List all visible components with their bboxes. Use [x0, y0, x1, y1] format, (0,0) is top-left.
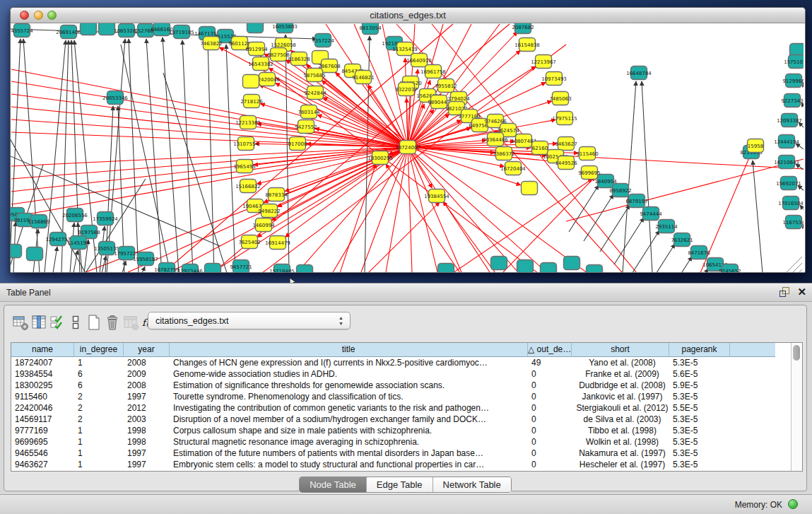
table-cell[interactable]: 22420046 — [11, 402, 74, 414]
graph-node[interactable] — [587, 265, 603, 273]
graph-node[interactable]: 62160 — [532, 141, 548, 155]
graph-node[interactable]: 1460994 — [252, 218, 275, 232]
table-cell[interactable]: 5.3E-5 — [669, 459, 730, 470]
graph-node[interactable] — [11, 245, 22, 258]
graph-node[interactable]: 2935114 — [655, 220, 678, 233]
graph-node[interactable]: 9463627 — [555, 137, 577, 151]
table-cell[interactable]: 2 — [74, 402, 124, 414]
graph-node[interactable]: 6879197 — [625, 194, 647, 208]
table-cell[interactable]: Estimation of the future numbers of pati… — [170, 448, 528, 459]
black-edge[interactable] — [73, 250, 78, 272]
red-edge[interactable] — [11, 119, 408, 147]
table-cell[interactable]: 0 — [528, 368, 572, 380]
black-edge[interactable] — [129, 39, 139, 272]
column-header-year[interactable]: year — [124, 343, 170, 357]
black-edge[interactable] — [796, 144, 804, 151]
table-cell[interactable]: 0 — [528, 402, 572, 414]
table-cell[interactable]: Genome-wide association studies in ADHD. — [170, 368, 528, 380]
table-cell[interactable]: de Silva et al. (2003) — [572, 414, 669, 425]
float-panel-icon[interactable] — [779, 286, 790, 297]
network-view-window[interactable]: citations_edges.txt 43557242069140610653… — [10, 7, 806, 273]
table-cell[interactable]: 18300295 — [11, 380, 74, 391]
table-cell[interactable]: 0 — [528, 459, 572, 470]
table-cell[interactable]: 5.3E-5 — [669, 425, 730, 436]
red-edge[interactable] — [408, 147, 437, 272]
tab-edge-table[interactable]: Edge Table — [367, 477, 433, 492]
table-cell[interactable]: Jankovic et al. (1997) — [572, 391, 669, 402]
table-cell[interactable]: 9463627 — [11, 459, 74, 470]
graph-node[interactable]: 1167534 — [782, 216, 804, 229]
graph-node[interactable]: 9827508 — [267, 48, 289, 62]
graph-node[interactable]: 15751074 — [784, 55, 804, 69]
graph-node[interactable]: 8958922 — [609, 184, 631, 197]
graph-node[interactable] — [247, 23, 264, 33]
table-cell[interactable]: 9115460 — [11, 391, 74, 402]
tab-network-table[interactable]: Network Table — [433, 477, 511, 492]
table-cell[interactable]: 6 — [74, 368, 124, 380]
red-edge[interactable] — [502, 177, 595, 272]
black-edge[interactable] — [630, 230, 659, 272]
table-cell[interactable]: Changes of HCN gene expression and I(f) … — [170, 357, 528, 368]
table-cell[interactable]: Embryonic stem cells: a model to study s… — [170, 459, 528, 470]
graph-node[interactable]: 8813054 — [359, 23, 382, 35]
memory-status-indicator[interactable] — [788, 499, 798, 509]
black-edge[interactable] — [107, 39, 125, 272]
table-cell[interactable]: 2009 — [124, 368, 170, 380]
table-cell[interactable]: 5.3E-5 — [669, 448, 730, 459]
black-edge[interactable] — [645, 244, 675, 272]
red-edge[interactable] — [260, 104, 408, 147]
graph-node[interactable]: 9457721 — [230, 260, 252, 273]
graph-node[interactable]: 12093387 — [777, 114, 802, 127]
table-row[interactable]: 1830029562008Estimation of significance … — [11, 380, 792, 391]
graph-node[interactable] — [522, 182, 538, 195]
table-row[interactable]: 946554611997Estimation of the future num… — [11, 448, 792, 459]
close-panel-icon[interactable]: ✕ — [797, 286, 806, 297]
graph-node[interactable]: 17016504 — [778, 197, 804, 210]
graph-node[interactable] — [297, 265, 313, 273]
graph-node[interactable]: 9474444 — [640, 207, 662, 221]
graph-node[interactable]: 9242844 — [304, 86, 326, 100]
combobox-stepper-icon[interactable]: ▲▼ — [339, 315, 343, 327]
table-cell[interactable]: 0 — [528, 414, 572, 425]
graph-node[interactable]: 9699695 — [578, 166, 600, 180]
table-row[interactable]: 946362711997Embryonic stem cells: a mode… — [11, 459, 792, 470]
graph-node[interactable]: 9427552 — [295, 120, 317, 134]
graph-node[interactable] — [27, 247, 43, 261]
table-cell[interactable]: 2 — [74, 414, 124, 425]
black-edge[interactable] — [146, 39, 162, 272]
black-edge[interactable] — [600, 205, 630, 252]
graph-node[interactable] — [99, 23, 115, 35]
table-cell[interactable]: Franke et al. (2009) — [572, 368, 669, 380]
red-edge[interactable] — [405, 58, 408, 147]
black-edge[interactable] — [798, 185, 804, 192]
graph-node[interactable]: 13107554 — [233, 137, 259, 151]
graph-node[interactable]: 9146821 — [352, 71, 374, 84]
delete-column-disabled-icon[interactable] — [122, 313, 139, 332]
show-columns-icon[interactable] — [30, 313, 47, 332]
graph-node[interactable]: 8186328 — [288, 52, 310, 66]
graph-node[interactable]: 20053346 — [102, 91, 128, 105]
table-cell[interactable]: 2008 — [124, 357, 170, 368]
table-cell[interactable]: 5.6E-5 — [669, 368, 730, 380]
graph-node[interactable]: 7625402 — [238, 235, 260, 249]
table-cell[interactable]: 9699695 — [11, 436, 74, 448]
graph-node[interactable]: 8322037 — [395, 83, 417, 96]
graph-node[interactable]: 7485063 — [549, 92, 571, 105]
new-table-icon[interactable] — [85, 313, 102, 332]
graph-node[interactable] — [81, 23, 97, 35]
table-cell[interactable]: Hescheler et al. (1997) — [572, 459, 669, 470]
graph-node[interactable]: 9115460 — [576, 147, 598, 160]
table-cell[interactable]: Estimation of significance thresholds fo… — [170, 380, 528, 391]
table-row[interactable]: 2242004622012Investigating the contribut… — [11, 402, 792, 414]
graph-node[interactable]: 7632621 — [671, 233, 693, 247]
red-edge[interactable] — [11, 147, 408, 204]
table-cell[interactable]: 18724007 — [11, 357, 74, 368]
table-cell[interactable]: Investigating the contribution of common… — [170, 402, 528, 414]
graph-node[interactable]: 20206556 — [62, 209, 88, 222]
black-edge[interactable] — [799, 122, 804, 129]
graph-node[interactable] — [243, 75, 259, 88]
black-edge[interactable] — [800, 205, 804, 212]
black-edge[interactable] — [53, 247, 57, 272]
scrollbar-thumb[interactable] — [793, 345, 800, 361]
red-edge[interactable] — [408, 147, 412, 272]
